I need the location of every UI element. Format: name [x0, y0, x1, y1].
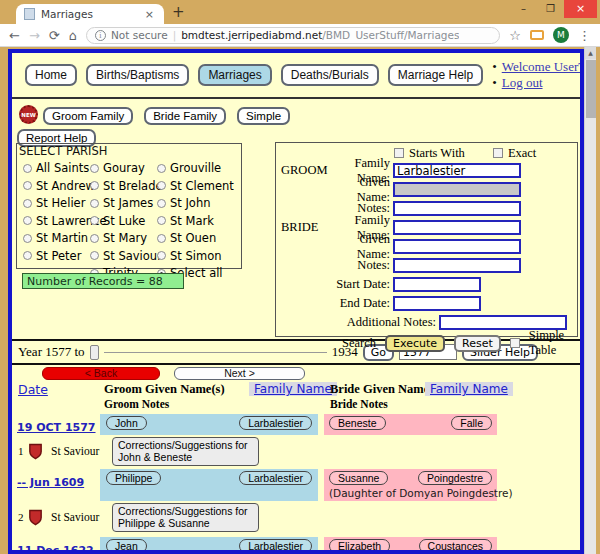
next-button[interactable]: Next > [174, 367, 305, 380]
welcome-link[interactable]: Welcome UserTest [502, 59, 584, 74]
nav-marriages-button[interactable]: Marriages [198, 64, 271, 86]
parish-radio-all-saints[interactable]: All Saints [23, 161, 90, 175]
scrollbar-thumb[interactable] [586, 60, 596, 118]
radio-icon[interactable] [90, 199, 99, 208]
parish-radio-st-brelade[interactable]: St Brelade [90, 179, 157, 193]
bride-family-name-input[interactable] [393, 220, 521, 235]
bride-given-button[interactable]: Susanne [329, 471, 388, 485]
parish-radio-st-saviour[interactable]: St Saviour [90, 249, 157, 263]
bride-given-button[interactable]: Beneste [329, 416, 386, 430]
nav-births-button[interactable]: Births/Baptisms [86, 64, 189, 86]
info-icon[interactable]: i [95, 30, 106, 41]
parish-radio-st-martin[interactable]: St Martin [23, 231, 90, 245]
radio-icon[interactable] [23, 251, 32, 260]
radio-icon[interactable] [90, 164, 99, 173]
groom-family-button[interactable]: Larbalestier [239, 471, 312, 485]
bride-notes-input[interactable] [393, 258, 521, 273]
radio-icon[interactable] [157, 181, 166, 190]
parish-radio-gouray[interactable]: Gouray [90, 161, 157, 175]
new-tab-button[interactable]: + [172, 3, 185, 21]
groom-given-button[interactable]: Philippe [106, 471, 161, 485]
bride-family-button[interactable]: Falle [451, 416, 492, 430]
start-date-input[interactable] [393, 277, 481, 292]
parish-radio-grouville[interactable]: Grouville [157, 161, 239, 175]
logout-link[interactable]: Log out [502, 75, 543, 90]
back-button[interactable]: < Back [42, 367, 160, 380]
parish-radio-st-peter[interactable]: St Peter [23, 249, 90, 263]
parish-radio-st-andrew[interactable]: St Andrew [23, 179, 90, 193]
nav-deaths-button[interactable]: Deaths/Burials [281, 64, 379, 86]
radio-icon[interactable] [90, 181, 99, 190]
nav-marriage-help-button[interactable]: Marriage Help [388, 64, 483, 86]
groom-notes-input[interactable] [393, 201, 521, 216]
record-date-link[interactable]: 11 Dec 1622 [17, 544, 94, 551]
groom-family-name-input[interactable] [393, 163, 521, 178]
end-date-input[interactable] [393, 296, 481, 311]
home-icon[interactable]: ⌂ [69, 29, 77, 42]
radio-icon[interactable] [157, 251, 166, 260]
groom-family-button[interactable]: Larbalestier [239, 539, 312, 551]
record-date-link[interactable]: 19 OCT 1577 [17, 421, 96, 434]
groom-family-sort-link[interactable]: Family Name [249, 382, 337, 396]
simple-button[interactable]: Simple [237, 107, 290, 125]
close-window-button[interactable]: × [564, 0, 597, 18]
record-date-link[interactable]: -- Jun 1609 [17, 476, 84, 489]
nav-home-button[interactable]: Home [25, 64, 77, 86]
bride-given-button[interactable]: Elizabeth [329, 539, 390, 551]
parish-radio-st-luke[interactable]: St Luke [90, 214, 157, 228]
scroll-up-icon[interactable]: ▲ [585, 47, 596, 59]
groom-family-button[interactable]: Larbalestier [239, 416, 312, 430]
groom-given-button[interactable]: John [106, 416, 147, 430]
minimize-button[interactable]: – [510, 0, 537, 18]
radio-icon[interactable] [157, 234, 166, 243]
bookmark-star-icon[interactable]: ☆ [509, 29, 521, 42]
parish-radio-st-helier[interactable]: St Helier [23, 196, 90, 210]
starts-with-checkbox[interactable] [394, 148, 404, 158]
groom-given-button[interactable]: Jean [106, 539, 147, 551]
parish-radio-st-james[interactable]: St James [90, 196, 157, 210]
bride-given-name-input[interactable] [393, 239, 521, 254]
groom-given-name-input[interactable] [393, 182, 521, 197]
back-icon[interactable]: ← [9, 29, 20, 42]
radio-icon[interactable] [23, 216, 32, 225]
radio-icon[interactable] [23, 234, 32, 243]
execute-button[interactable]: Execute [385, 335, 445, 352]
radio-icon[interactable] [23, 199, 32, 208]
parish-radio-st-mark[interactable]: St Mark [157, 214, 239, 228]
bride-family-button[interactable]: Poingdestre [418, 471, 492, 485]
reload-icon[interactable]: ⟳ [49, 29, 60, 42]
exact-checkbox[interactable] [493, 148, 503, 158]
bride-family-button[interactable]: Bride Family [144, 107, 226, 125]
radio-icon[interactable] [23, 164, 32, 173]
parish-radio-st-mary[interactable]: St Mary [90, 231, 157, 245]
corrections-button[interactable]: Corrections/Suggestions for Philippe & S… [112, 503, 259, 532]
parish-radio-st-lawrence[interactable]: St Lawrence [23, 214, 90, 228]
parish-radio-st-ouen[interactable]: St Ouen [157, 231, 239, 245]
corrections-button[interactable]: Corrections/Suggestions for John & Benes… [112, 437, 259, 466]
parish-radio-st-clement[interactable]: St Clement [157, 179, 239, 193]
address-bar[interactable]: i Not secure | bmdtest.jerripediabmd.net… [86, 27, 500, 44]
year-slider-handle[interactable] [90, 345, 99, 360]
tab-close-icon[interactable]: × [143, 8, 156, 21]
radio-icon[interactable] [157, 216, 166, 225]
radio-icon[interactable] [23, 181, 32, 190]
bookmark-folder-icon[interactable] [530, 30, 544, 40]
menu-icon[interactable]: ⋮ [578, 29, 591, 42]
profile-avatar[interactable]: M [553, 27, 569, 43]
browser-tab[interactable]: Marriages × [16, 4, 164, 24]
scrollbar[interactable]: ▲ [584, 47, 596, 554]
parish-radio-st-simon[interactable]: St Simon [157, 249, 239, 263]
reset-button[interactable]: Reset [454, 335, 501, 352]
radio-icon[interactable] [90, 234, 99, 243]
date-sort-link[interactable]: Date [18, 382, 48, 397]
bride-family-button[interactable]: Coustances [419, 539, 492, 551]
maximize-button[interactable]: ❐ [537, 0, 564, 18]
simple-table-checkbox[interactable] [510, 338, 520, 348]
groom-family-button[interactable]: Groom Family [43, 107, 133, 125]
radio-icon[interactable] [157, 164, 166, 173]
bride-family-sort-link[interactable]: Family Name [425, 382, 513, 396]
radio-icon[interactable] [157, 199, 166, 208]
forward-icon[interactable]: → [29, 29, 40, 42]
radio-icon[interactable] [90, 251, 99, 260]
parish-radio-st-john[interactable]: St John [157, 196, 239, 210]
